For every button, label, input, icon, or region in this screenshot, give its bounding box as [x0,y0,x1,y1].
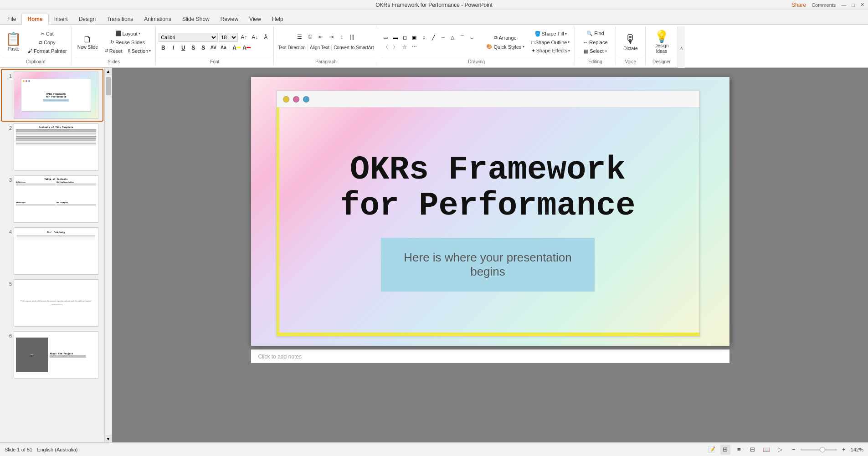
slide-canvas[interactable]: OKRs Frameworkfor Performance Here is wh… [251,77,729,346]
draw-shape2-button[interactable]: ⌒ [457,33,467,42]
zoom-out-button[interactable]: − [789,445,799,455]
align-text-button[interactable]: Align Text [308,43,331,53]
draw-arrow-button[interactable]: → [438,33,447,42]
scroll-up-button[interactable]: ▲ [105,68,112,75]
decrease-indent-button[interactable]: ⇤ [316,32,326,42]
font-family-select[interactable]: Calibri Arial Times New Roman [159,33,218,42]
bullets-button[interactable]: ☰ [295,32,305,42]
change-case-button[interactable]: Aa [219,43,228,52]
draw-more-button[interactable]: ⋯ [410,42,419,51]
text-direction-button[interactable]: Text Direction [277,43,307,53]
new-slide-button[interactable]: 🗋 New Slide [75,33,101,51]
minimize-button[interactable]: — [841,2,846,8]
text-shadow-button[interactable]: S [199,43,208,52]
bold-button[interactable]: B [159,43,168,52]
draw-rect4-button[interactable]: ▣ [410,33,419,42]
increase-font-button[interactable]: A↑ [239,32,249,42]
draw-rect2-button[interactable]: ▬ [390,33,400,42]
paste-button[interactable]: 📋 Paste [3,31,24,53]
view-grid-button[interactable]: ⊟ [748,445,758,455]
share-button[interactable]: Share [791,2,806,8]
cut-button[interactable]: ✂ Cut [26,30,69,38]
close-button[interactable]: ✕ [860,2,864,8]
slide-thumbnail-3[interactable]: 3 Table of Contents Definition OKR Imple… [2,174,103,225]
notes-toggle-button[interactable]: 📝 [707,445,717,455]
draw-shape1-button[interactable]: △ [448,33,457,42]
select-button[interactable]: ▦ Select ▾ [582,47,609,55]
highlight-color-button[interactable]: A [232,43,241,52]
draw-shape4-button[interactable]: 〈 [381,42,390,51]
slide-thumbnail-6[interactable]: 6 📷 About the Project [2,329,103,380]
notes-area[interactable]: Click to add notes [251,349,729,363]
designer-label: Designer [648,58,675,65]
zoom-slider-thumb[interactable] [820,447,825,452]
reset-button[interactable]: ↺ Reset [103,47,124,55]
shape-fill-button[interactable]: 🪣 Shape Fill ▾ [529,30,572,38]
strikethrough-button[interactable]: S [189,43,198,52]
collapse-ribbon-button[interactable]: ∧ [678,26,685,70]
char-spacing-button[interactable]: AV [209,43,218,52]
scroll-thumb[interactable] [106,77,111,95]
slide-panel-scrollbar[interactable]: ▲ ▼ [105,68,112,442]
slide-subtitle-box[interactable]: Here is where your presentationbegins [381,238,595,292]
replace-button[interactable]: ↔ Replace [581,39,609,46]
find-button[interactable]: 🔍 Find [585,30,606,37]
reuse-slides-button[interactable]: ↻ Reuse Slides [103,38,153,46]
slide-thumbnail-4[interactable]: 4 Our Company [2,225,103,277]
tab-file[interactable]: File [2,14,21,24]
status-bar: Slide 1 of 51 English (Australia) 📝 ⊞ ≡ … [0,442,868,456]
increase-indent-button[interactable]: ⇥ [326,32,336,42]
view-outline-button[interactable]: ≡ [734,445,744,455]
view-reading-button[interactable]: 📖 [761,445,771,455]
font-color-button[interactable]: A [242,43,251,52]
draw-oval-button[interactable]: ○ [419,33,428,42]
tab-slideshow[interactable]: Slide Show [177,14,215,24]
tab-help[interactable]: Help [267,14,289,24]
arrange-button[interactable]: ⧉ Arrange [484,34,526,41]
draw-shape3-button[interactable]: ⌣ [467,33,476,42]
slide-thumbnail-1[interactable]: 1 OKRs Frameworkfor Performance Here is … [2,70,103,121]
slide-thumbnail-5[interactable]: 5 "This is a quote, words full of wisdom… [2,277,103,328]
line-spacing-button[interactable]: ↕ [337,32,347,42]
draw-shape6-button[interactable]: ☆ [400,42,409,51]
columns-button[interactable]: ||| [347,32,357,42]
tab-insert[interactable]: Insert [49,14,73,24]
view-normal-button[interactable]: ⊞ [720,445,730,455]
scroll-down-button[interactable]: ▼ [105,435,112,442]
draw-line-button[interactable]: ╱ [429,33,438,42]
slideshow-button[interactable]: ▷ [775,445,785,455]
zoom-in-button[interactable]: + [839,445,849,455]
clear-format-button[interactable]: Ā [261,32,271,42]
format-painter-button[interactable]: 🖌 Format Painter [26,47,69,55]
tab-review[interactable]: Review [215,14,244,24]
tab-view[interactable]: View [244,14,267,24]
comments-button[interactable]: Comments [812,2,836,8]
zoom-slider[interactable] [801,449,837,451]
draw-rect-button[interactable]: ▭ [381,33,390,42]
layout-button[interactable]: ⬛ Layout ▾ [103,30,153,37]
dictate-button[interactable]: 🎙 Dictate [621,32,640,52]
shape-effects-button[interactable]: ✦ Shape Effects ▾ [529,47,572,55]
notes-placeholder[interactable]: Click to add notes [258,354,302,360]
tab-design[interactable]: Design [73,14,101,24]
slide-thumbnail-2[interactable]: 2 Contents of This Template [2,122,103,173]
italic-button[interactable]: I [169,43,178,52]
convert-smartart-button[interactable]: Convert to SmartArt [332,43,375,53]
section-button[interactable]: § Section ▾ [126,47,153,55]
shape-outline-button[interactable]: □ Shape Outline ▾ [529,39,572,46]
underline-button[interactable]: U [179,43,188,52]
tab-transitions[interactable]: Transitions [101,14,139,24]
tab-animations[interactable]: Animations [139,14,176,24]
maximize-button[interactable]: □ [852,2,855,8]
paste-icon: 📋 [5,33,21,46]
tab-home[interactable]: Home [21,14,48,25]
design-ideas-button[interactable]: 💡 DesignIdeas [652,29,672,56]
draw-rect3-button[interactable]: ◻ [400,33,409,42]
slide-main-title[interactable]: OKRs Frameworkfor Performance [340,152,635,224]
decrease-font-button[interactable]: A↓ [250,32,260,42]
copy-button[interactable]: ⧉ Copy [26,39,69,46]
numbering-button[interactable]: ① [305,32,315,42]
quick-styles-button[interactable]: 🎨 Quick Styles ▾ [484,43,526,51]
font-size-select[interactable]: 18 12 14 24 36 [219,33,238,42]
draw-shape5-button[interactable]: 〉 [390,42,400,51]
